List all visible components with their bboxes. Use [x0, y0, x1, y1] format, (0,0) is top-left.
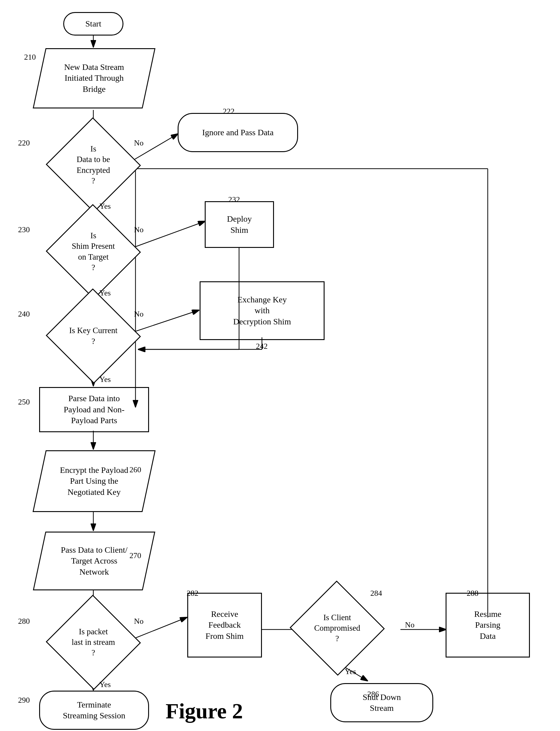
arrow-label-284-yes: Yes	[345, 667, 356, 676]
diagram-container: Start 210 New Data Stream Initiated Thro…	[0, 0, 560, 731]
ref-250: 250	[18, 398, 30, 407]
node-220: IsData to beEncrypted?	[60, 132, 126, 197]
ref-230: 230	[18, 225, 30, 234]
node-222-label: Ignore and Pass Data	[202, 127, 273, 138]
arrow-label-240-yes: Yes	[99, 375, 111, 384]
figure-caption: Figure 2	[166, 699, 243, 724]
node-284-label: Is ClientCompromised?	[313, 611, 362, 645]
ref-240: 240	[18, 309, 30, 319]
arrow-label-240-no: No	[134, 309, 144, 319]
node-260: Encrypt the Payload Part Using the Negot…	[33, 450, 156, 512]
node-210: New Data Stream Initiated Through Bridge	[33, 48, 156, 108]
start-node: Start	[63, 12, 123, 36]
node-232-label: Deploy Shim	[227, 213, 252, 235]
node-282: Receive Feedback From Shim	[187, 593, 262, 658]
arrow-label-284-no: No	[405, 621, 415, 630]
arrow-label-230-no: No	[134, 225, 144, 234]
node-270: Pass Data to Client/ Target Across Netwo…	[33, 532, 155, 590]
ref-290: 290	[18, 696, 30, 705]
node-230-label: IsShim Presenton Target?	[70, 229, 116, 274]
ref-220: 220	[18, 138, 30, 148]
ref-210: 210	[24, 53, 36, 62]
node-288-label: Resume Parsing Data	[474, 609, 501, 642]
ref-242: 242	[256, 342, 268, 351]
node-250-label: Parse Data into Payload and Non- Payload…	[64, 393, 124, 426]
node-280: Is packetlast in stream?	[60, 610, 126, 675]
ref-280: 280	[18, 617, 30, 626]
node-260-label: Encrypt the Payload Part Using the Negot…	[60, 465, 128, 498]
start-label: Start	[86, 18, 101, 29]
node-290: Terminate Streaming Session	[39, 691, 149, 730]
ref-284: 284	[370, 589, 382, 598]
node-286-label: Shut Down Stream	[363, 692, 401, 714]
node-284: Is ClientCompromised?	[304, 596, 370, 661]
node-250: Parse Data into Payload and Non- Payload…	[39, 387, 149, 432]
node-222: Ignore and Pass Data	[178, 113, 298, 152]
arrow-label-280-no: No	[134, 617, 144, 626]
node-230: IsShim Presenton Target?	[60, 219, 126, 284]
arrow-label-220-yes: Yes	[99, 202, 111, 211]
node-290-label: Terminate Streaming Session	[63, 699, 126, 721]
node-282-label: Receive Feedback From Shim	[206, 609, 244, 642]
node-220-label: IsData to beEncrypted?	[75, 142, 112, 187]
arrow-label-230-yes: Yes	[99, 288, 111, 297]
arrow-label-280-yes: Yes	[99, 680, 111, 689]
node-270-label: Pass Data to Client/ Target Across Netwo…	[61, 545, 128, 577]
arrow-label-220-no: No	[134, 138, 144, 148]
node-232: Deploy Shim	[205, 201, 274, 248]
node-210-label: New Data Stream Initiated Through Bridge	[64, 62, 124, 95]
node-240: Is Key Current?	[60, 303, 126, 369]
node-240-label: Is Key Current?	[68, 324, 119, 348]
node-242-label: Exchange Key with Decryption Shim	[233, 294, 291, 327]
node-286: Shut Down Stream	[330, 683, 433, 722]
node-242: Exchange Key with Decryption Shim	[200, 281, 325, 340]
node-288: Resume Parsing Data	[446, 593, 530, 658]
node-280-label: Is packetlast in stream?	[70, 625, 117, 660]
